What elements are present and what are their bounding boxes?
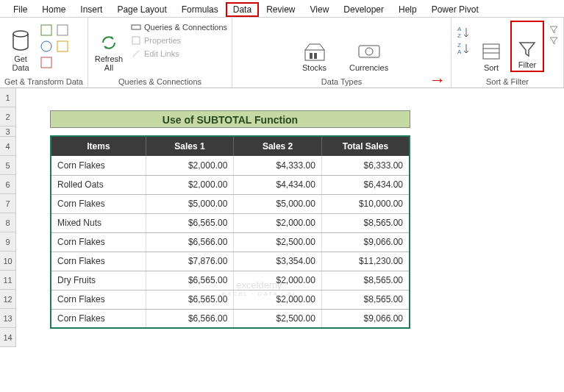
currencies-button[interactable]: Currencies [353,21,385,72]
cell-sales1[interactable]: $6,566.00 [146,232,234,252]
tab-review[interactable]: Review [259,2,302,17]
sort-desc-icon[interactable]: ZA [456,41,472,56]
cell-total[interactable]: $9,066.00 [321,232,410,252]
table-row: Corn Flakes$2,000.00$4,333.00$6,333.00 [51,156,410,175]
cell-item[interactable]: Corn Flakes [51,194,146,213]
cell-item[interactable]: Corn Flakes [51,290,146,309]
svg-rect-6 [132,25,140,29]
row-header[interactable]: 14 [0,328,16,347]
cell-sales1[interactable]: $6,565.00 [146,213,234,232]
tab-power-pivot[interactable]: Power Pivot [424,2,486,17]
table-row: Corn Flakes$6,565.00$2,000.00$8,565.00 [51,290,410,309]
tab-insert[interactable]: Insert [73,2,110,17]
row-header[interactable]: 13 [0,309,16,328]
tab-formulas[interactable]: Formulas [174,2,226,17]
clear-button[interactable] [549,25,559,34]
sort-button[interactable]: Sort [475,21,507,72]
group-queries-connections: Refresh All Queries & Connections Proper… [88,18,232,88]
tab-data[interactable]: Data [226,2,259,17]
row-header[interactable]: 8 [0,213,16,232]
tab-home[interactable]: Home [35,2,73,17]
get-data-button[interactable]: Get Data [4,21,37,72]
cell-sales2[interactable]: $3,354.00 [234,252,322,271]
row-header[interactable]: 9 [0,232,16,252]
from-table-icon[interactable] [40,56,53,69]
edit-links-icon [131,49,141,59]
cell-sales1[interactable]: $2,000.00 [146,175,234,194]
cell-item[interactable]: Corn Flakes [51,156,146,175]
row-header[interactable]: 2 [0,107,16,126]
from-web-icon[interactable] [40,40,53,53]
table-row: Mixed Nuts$6,565.00$2,000.00$8,565.00 [51,213,410,232]
tab-page-layout[interactable]: Page Layout [110,2,174,17]
row-header[interactable]: 7 [0,194,16,213]
data-table: Items Sales 1 Sales 2 Total Sales Corn F… [50,135,410,329]
edit-links-button[interactable]: Edit Links [131,49,227,59]
cell-sales2[interactable]: $4,434.00 [234,175,322,194]
row-header[interactable]: 10 [0,252,16,271]
cell-sales1[interactable]: $6,565.00 [146,290,234,309]
row-header[interactable]: 11 [0,271,16,290]
cell-sales2[interactable]: $2,000.00 [234,271,322,290]
stocks-button[interactable]: Stocks [299,21,331,72]
cell-total[interactable]: $10,000.00 [321,194,410,213]
filter-button[interactable]: Filter [513,24,541,69]
col-total[interactable]: Total Sales [321,136,410,156]
cell-sales2[interactable]: $2,000.00 [234,290,322,309]
table-row: Corn Flakes$7,876.00$3,354.00$11,230.00 [51,252,410,271]
svg-rect-9 [310,53,313,59]
col-sales1[interactable]: Sales 1 [146,136,234,156]
existing-conn-icon[interactable] [56,40,69,53]
cell-item[interactable]: Rolled Oats [51,175,146,194]
reapply-icon [549,36,559,45]
row-header[interactable]: 12 [0,290,16,309]
cell-sales2[interactable]: $2,500.00 [234,232,322,252]
cell-total[interactable]: $6,434.00 [321,175,410,194]
row-header[interactable]: 5 [0,156,16,175]
row-header[interactable]: 6 [0,175,16,194]
recent-sources-icon[interactable] [56,24,69,37]
sort-asc-icon[interactable]: AZ [456,25,472,40]
from-text-icon[interactable] [40,24,53,37]
clear-icon [549,25,559,34]
sheet-title: Use of SUBTOTAL Function [50,110,410,128]
cell-item[interactable]: Corn Flakes [51,309,146,328]
cell-total[interactable]: $8,565.00 [321,290,410,309]
row-header[interactable]: 1 [0,88,16,107]
row-header[interactable]: 4 [0,137,16,156]
cell-sales2[interactable]: $2,500.00 [234,309,322,328]
cell-total[interactable]: $9,066.00 [321,309,410,328]
tab-view[interactable]: View [303,2,337,17]
cell-sales1[interactable]: $5,000.00 [146,194,234,213]
table-row: Corn Flakes$6,566.00$2,500.00$9,066.00 [51,232,410,252]
row-header[interactable]: 3 [0,126,16,137]
cell-sales1[interactable]: $7,876.00 [146,252,234,271]
tab-developer[interactable]: Developer [336,2,391,17]
cell-total[interactable]: $6,333.00 [321,156,410,175]
cell-total[interactable]: $8,565.00 [321,271,410,290]
properties-button[interactable]: Properties [131,35,227,46]
col-items[interactable]: Items [51,136,146,156]
cell-item[interactable]: Dry Fruits [51,271,146,290]
cell-total[interactable]: $11,230.00 [321,252,410,271]
group-sort-filter: AZ ZA Sort Filter → Sort & Filter [451,18,564,88]
cell-total[interactable]: $8,565.00 [321,213,410,232]
tab-help[interactable]: Help [391,2,424,17]
queries-connections-button[interactable]: Queries & Connections [131,22,227,32]
svg-point-0 [13,31,28,37]
tab-file[interactable]: File [6,2,35,17]
svg-rect-17 [483,44,499,59]
cell-sales2[interactable]: $4,333.00 [234,156,322,175]
refresh-all-button[interactable]: Refresh All [93,21,125,72]
svg-rect-10 [314,53,317,59]
reapply-button[interactable] [549,36,559,45]
cell-item[interactable]: Corn Flakes [51,252,146,271]
cell-item[interactable]: Corn Flakes [51,232,146,252]
cell-sales1[interactable]: $2,000.00 [146,156,234,175]
cell-sales1[interactable]: $6,565.00 [146,271,234,290]
cell-item[interactable]: Mixed Nuts [51,213,146,232]
col-sales2[interactable]: Sales 2 [234,136,322,156]
cell-sales1[interactable]: $6,566.00 [146,309,234,328]
cell-sales2[interactable]: $5,000.00 [234,194,322,213]
cell-sales2[interactable]: $2,000.00 [234,213,322,232]
